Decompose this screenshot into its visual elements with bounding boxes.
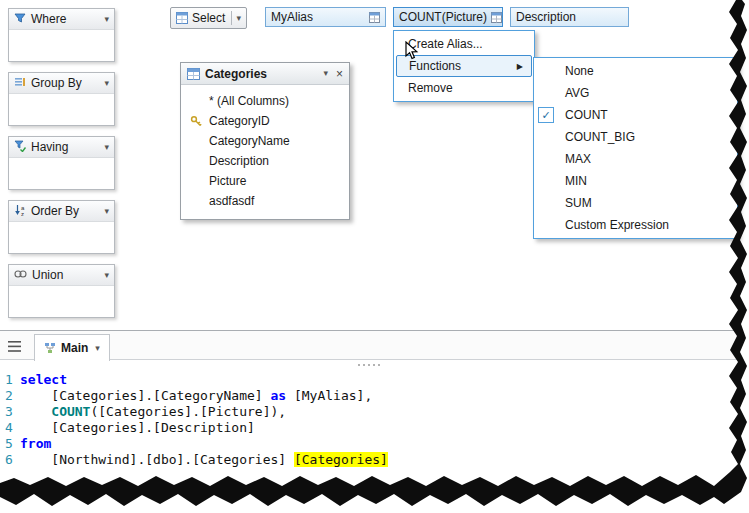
datasource-field-list: * (All Columns) CategoryID CategoryName … [181,85,349,219]
splitter-grip[interactable] [0,360,738,369]
code-token: [Categories] [294,452,388,467]
line-number: 2 [5,388,20,404]
chevron-down-icon[interactable]: ▾ [104,143,109,152]
panel-having-body[interactable] [9,158,114,189]
panel-union-body[interactable] [9,286,114,317]
panel-where-header[interactable]: Where ▾ [9,9,114,30]
field-row-categoryid[interactable]: CategoryID [181,111,349,131]
field-row-picture[interactable]: Picture [181,171,349,191]
chevron-down-icon[interactable]: ▾ [104,79,109,88]
submenu-item-avg[interactable]: AVG [534,82,737,104]
key-icon [190,115,203,127]
having-filter-icon [14,140,26,155]
code-token: from [20,436,51,451]
submenu-item-label: Custom Expression [565,218,669,232]
field-row-asdfasdf[interactable]: asdfasdf [181,191,349,211]
group-by-icon [14,76,26,91]
submenu-item-custom-expression[interactable]: Custom Expression [534,214,737,236]
svg-text:a: a [21,204,25,210]
line-number-gutter: 1 2 3 4 5 6 [0,372,20,468]
submenu-item-count-big[interactable]: COUNT_BIG [534,126,737,148]
query-builder-screen: Where ▾ Group By ▾ Having ▾ az Order By … [0,0,749,513]
panel-where-body[interactable] [9,30,114,61]
select-field-chip-myalias[interactable]: MyAlias [265,7,386,27]
panel-union-header[interactable]: Union ▾ [9,265,114,286]
asterisk-icon [190,95,203,107]
menu-item-remove[interactable]: Remove [396,77,532,99]
code-line[interactable]: [Northwind].[dbo].[Categories] [Categori… [20,452,738,468]
panel-order-by-header[interactable]: az Order By ▾ [9,201,114,222]
sort-az-icon: az [14,204,26,219]
svg-text:z: z [21,211,24,216]
tab-main[interactable]: Main ▾ [34,334,110,361]
line-number: 3 [5,404,20,420]
line-number: 4 [5,420,20,436]
select-field-chip-description[interactable]: Description [510,7,629,27]
datasource-card-categories: Categories ▾ × * (All Columns) CategoryI… [180,62,350,220]
select-button-label: Select [192,11,225,25]
submenu-item-none[interactable]: None [534,60,737,82]
tab-label: Main [61,341,88,355]
line-number: 5 [5,436,20,452]
field-label: * (All Columns) [209,94,289,108]
menu-item-functions[interactable]: Functions ▶ [396,55,532,77]
field-icon [190,135,203,147]
submenu-item-label: MIN [565,174,587,188]
code-line[interactable]: [Categories].[Description] [20,420,738,436]
chevron-down-icon[interactable]: ▾ [104,271,109,280]
code-line[interactable]: select [20,372,738,388]
chevron-down-icon[interactable]: ▾ [323,69,328,78]
field-row-description[interactable]: Description [181,151,349,171]
menu-icon[interactable] [8,341,21,352]
field-icon [190,195,203,207]
checkmark-icon: ✓ [538,107,554,123]
table-icon [491,12,502,23]
chevron-down-icon[interactable]: ▾ [95,344,100,353]
line-number: 1 [5,372,20,388]
chevron-down-icon[interactable]: ▾ [236,14,241,23]
chevron-down-icon[interactable]: ▾ [104,15,109,24]
datasource-card-header[interactable]: Categories ▾ × [181,63,349,85]
panel-having-header[interactable]: Having ▾ [9,137,114,158]
select-clause-button[interactable]: Select ▾ [170,7,247,29]
submenu-item-count[interactable]: ✓ COUNT [534,104,737,126]
panel-group-by-body[interactable] [9,94,114,125]
submenu-item-sum[interactable]: SUM [534,192,737,214]
field-row-categoryname[interactable]: CategoryName [181,131,349,151]
panel-label: Order By [31,204,79,218]
menu-item-create-alias[interactable]: Create Alias... [396,33,532,55]
field-context-menu: Create Alias... Functions ▶ Remove [393,30,535,102]
field-icon [190,175,203,187]
chevron-down-icon[interactable]: ▾ [104,207,109,216]
panel-label: Union [32,268,63,282]
panel-group-by: Group By ▾ [8,72,115,126]
submenu-arrow-icon: ▶ [517,62,523,71]
code-token: ([Categories].[Picture]), [90,404,286,419]
chip-label: MyAlias [271,10,313,24]
submenu-item-label: MAX [565,152,591,166]
panel-label: Group By [31,76,82,90]
field-row-all-columns[interactable]: * (All Columns) [181,91,349,111]
submenu-item-min[interactable]: MIN [534,170,737,192]
line-number: 6 [5,452,20,468]
panel-order-by: az Order By ▾ [8,200,115,254]
panel-group-by-header[interactable]: Group By ▾ [9,73,114,94]
panel-union: Union ▾ [8,264,115,318]
field-icon [190,155,203,167]
code-line[interactable]: [Categories].[CategoryName] as [MyAlias]… [20,388,738,404]
submenu-item-max[interactable]: MAX [534,148,737,170]
grid-icon [176,12,188,24]
sql-editor[interactable]: 1 2 3 4 5 6 select [Categories].[Categor… [0,369,738,468]
datasource-title: Categories [205,67,267,81]
panel-where: Where ▾ [8,8,115,62]
code-line[interactable]: COUNT([Categories].[Picture]), [20,404,738,420]
code-token: as [270,388,286,403]
functions-submenu: None AVG ✓ COUNT COUNT_BIG MAX MIN SUM C… [533,57,738,239]
panel-order-by-body[interactable] [9,222,114,253]
code-line[interactable]: from [20,436,738,452]
code-token: [MyAlias], [286,388,372,403]
sql-code[interactable]: select [Categories].[CategoryName] as [M… [20,372,738,468]
select-field-chip-count-picture[interactable]: COUNT(Picture) [393,7,503,27]
field-label: asdfasdf [209,194,254,208]
close-icon[interactable]: × [336,68,343,80]
